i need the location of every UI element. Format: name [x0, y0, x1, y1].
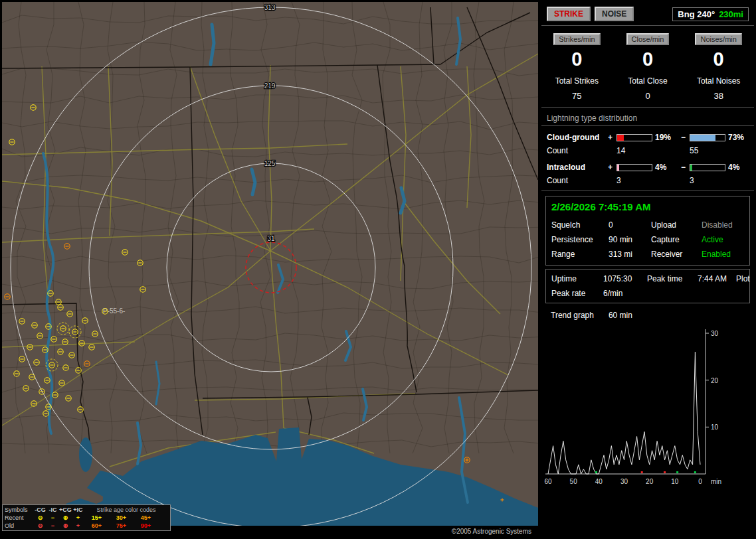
bearing-label: Bng 240° — [678, 9, 715, 19]
range-ring-label: 313 — [264, 4, 276, 11]
rate-counters: Strikes/min 0 Total Strikes 75 Close/min… — [541, 26, 754, 108]
ic-minus-bar-fill — [690, 165, 692, 171]
cg-plus-bar-fill — [617, 135, 624, 141]
close-counter: Close/min 0 Total Close 0 — [613, 33, 684, 101]
mode-button-row: STRIKE NOISE Bng 240°230mi — [541, 2, 754, 26]
ic-minus-count: 3 — [690, 176, 728, 185]
legend-age-header: Strike age color codes — [84, 506, 168, 513]
close-per-min-button[interactable]: Close/min — [626, 33, 670, 45]
trend-x-tick-label: 50 — [570, 478, 578, 485]
trend-graph-window: 60 min — [609, 311, 632, 320]
legend-recent-label: Recent — [5, 514, 34, 521]
plus-sign: + — [608, 133, 616, 142]
trend-x-tick-label: 30 — [620, 478, 628, 485]
ic-count-label: Count — [547, 176, 608, 185]
strike-mode-button[interactable]: STRIKE — [547, 7, 591, 21]
cg-minus-count: 55 — [690, 146, 728, 155]
trend-graph-header: Trend graph 60 min — [541, 306, 754, 321]
trend-y-tick-label: 20 — [711, 377, 719, 384]
trend-green-mark — [595, 471, 597, 473]
legend-col-cg-plus: +CG — [59, 506, 72, 513]
cg-plus-pct: 19% — [655, 133, 681, 142]
trend-x-unit-label: min — [711, 478, 721, 485]
cg-plus-bar — [616, 134, 652, 141]
strikes-per-min-button[interactable]: Strikes/min — [553, 33, 600, 45]
minus-sign: − — [681, 133, 690, 142]
total-close-value: 0 — [613, 91, 684, 101]
side-panel: STRIKE NOISE Bng 240°230mi Strikes/min 0… — [541, 2, 754, 537]
cg-minus-old-icon: ⊖ — [34, 522, 47, 529]
noises-per-min-value: 0 — [683, 50, 754, 69]
noises-per-min-button[interactable]: Noises/min — [695, 33, 741, 45]
settings-grid: Squelch 0 Upload Disabled Persistence 90… — [551, 220, 744, 259]
squelch-label: Squelch — [551, 220, 609, 230]
legend-col-ic-minus: -IC — [47, 506, 59, 513]
stats-grid: Uptime 1075:30 Peak time 7:44 AM Plot St… — [551, 274, 744, 298]
peak-time-label: Peak time — [647, 274, 698, 283]
peak-rate-value: 6/min — [603, 289, 647, 298]
total-close-label: Total Close — [613, 76, 684, 86]
cg-minus-pct: 73% — [728, 133, 754, 142]
legend-symbols-header: Symbols — [5, 506, 34, 513]
ic-plus-old-icon: + — [72, 522, 84, 529]
peak-time-value: 7:44 AM — [698, 274, 736, 283]
legend-old-glyphs: ⊖ − ⊕ + — [34, 522, 84, 529]
cloud-ground-label: Cloud-ground — [547, 133, 608, 142]
plot-label: Plot — [736, 274, 756, 283]
ic-plus-count: 3 — [616, 176, 655, 185]
noise-mode-button[interactable]: NOISE — [595, 7, 634, 21]
range-ring-label: 125 — [264, 160, 276, 167]
trend-y-tick-label: 30 — [711, 330, 719, 337]
range-ring-label: 219 — [264, 82, 276, 90]
age-code-30: 30+ — [109, 514, 134, 521]
cg-plus-count: 14 — [616, 146, 655, 155]
map-canvas[interactable]: 31321912531P-55-6- — [2, 2, 538, 526]
ic-plus-pct: 4% — [655, 163, 681, 172]
upload-label: Upload — [651, 220, 702, 230]
legend-recent-glyphs: ⊖ − ⊕ + — [34, 514, 84, 521]
intracloud-label: Intracloud — [547, 163, 608, 172]
persistence-value: 90 min — [609, 235, 651, 244]
range-value: 313 mi — [609, 250, 651, 259]
trend-x-tick-label: 10 — [671, 478, 679, 485]
cg-plus-old-icon: ⊕ — [59, 522, 72, 529]
age-code-90: 90+ — [134, 522, 158, 529]
ic-plus-bar-fill — [617, 165, 619, 171]
ic-minus-old-icon: − — [47, 522, 59, 529]
ic-plus-icon: + — [72, 514, 84, 521]
peak-rate-label: Peak rate — [551, 289, 603, 298]
trend-x-tick-label: 60 — [544, 478, 552, 485]
close-per-min-value: 0 — [613, 50, 684, 69]
stats-box: Uptime 1075:30 Peak time 7:44 AM Plot St… — [545, 269, 750, 303]
trend-y-tick-label: 10 — [711, 424, 719, 431]
total-strikes-label: Total Strikes — [541, 76, 613, 86]
trend-line — [548, 352, 700, 474]
cloud-ground-row: Cloud-ground + 19% − 73% — [541, 131, 754, 144]
receiver-label: Receiver — [651, 250, 702, 259]
age-code-15: 15+ — [84, 514, 109, 521]
legend-old-label: Old — [5, 522, 34, 529]
trend-green-mark — [694, 471, 696, 473]
trend-graph-label: Trend graph — [551, 311, 594, 320]
intracloud-row: Intracloud + 4% − 4% — [541, 161, 754, 174]
bearing-readout: Bng 240°230mi — [672, 7, 749, 21]
nexstorm-app: 31321912531P-55-6- Symbols -CG -IC +CG +… — [0, 0, 756, 539]
trend-x-tick-label: 0 — [698, 478, 702, 485]
intracloud-count-row: Count 3 3 — [541, 174, 754, 191]
legend-recent-row: Recent ⊖ − ⊕ + 15+ 30+ 45+ — [5, 514, 168, 522]
alarm-ring-label: 31 — [267, 235, 275, 242]
trend-red-mark — [664, 471, 666, 473]
cg-minus-bar-fill — [690, 135, 715, 141]
trend-x-tick-label: 40 — [595, 478, 603, 485]
upload-value: Disabled — [702, 220, 744, 230]
strikes-per-min-value: 0 — [541, 50, 613, 69]
map-legend: Symbols -CG -IC +CG +IC Strike age color… — [2, 504, 171, 531]
strike-map[interactable]: 31321912531P-55-6- — [2, 2, 538, 526]
noises-counter: Noises/min 0 Total Noises 38 — [683, 33, 754, 101]
capture-value: Active — [702, 235, 744, 244]
capture-label: Capture — [651, 235, 702, 244]
trend-red-mark — [641, 471, 643, 473]
squelch-value: 0 — [609, 220, 651, 230]
strikes-counter: Strikes/min 0 Total Strikes 75 — [541, 33, 613, 101]
minus-sign: − — [681, 163, 690, 172]
